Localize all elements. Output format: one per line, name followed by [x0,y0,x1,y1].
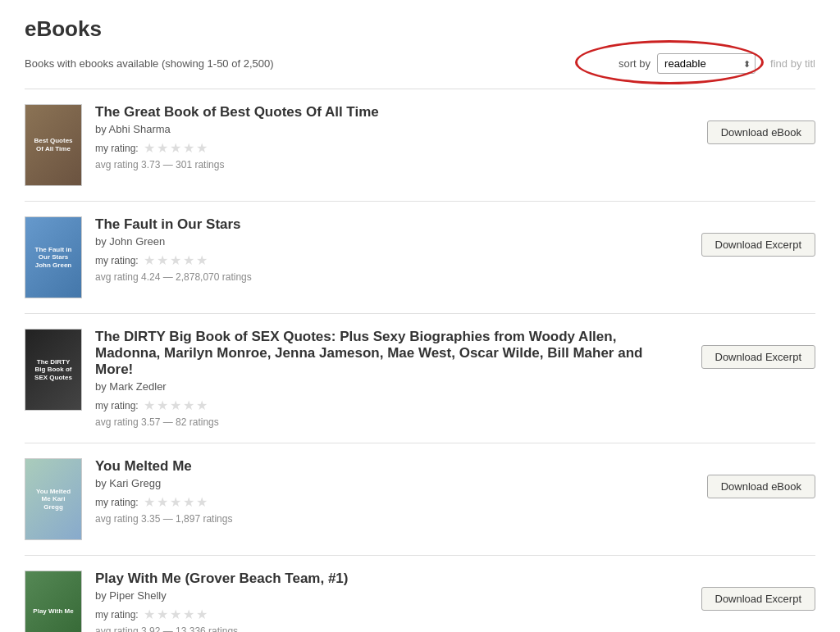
my-rating-label: my rating: [95,255,139,266]
rating-row: my rating:★★★★★ [95,494,671,510]
star-rating[interactable]: ★★★★★ [144,252,208,268]
star-2[interactable]: ★ [157,494,168,510]
book-author: by Mark Zedler [95,380,671,393]
avg-rating: avg rating 3.73 — 301 ratings [95,159,671,171]
star-3[interactable]: ★ [170,607,181,622]
star-rating[interactable]: ★★★★★ [144,607,208,622]
avg-rating: avg rating 3.92 — 13,336 ratings [95,625,671,632]
sort-by-select[interactable]: readable title author avg rating date ad… [657,53,756,74]
star-4[interactable]: ★ [183,252,194,268]
results-info: Books with ebooks available (showing 1-5… [25,57,274,70]
my-rating-label: my rating: [95,400,139,411]
book-action: Download eBook [684,458,815,498]
download-button[interactable]: Download Excerpt [701,345,816,369]
book-cover: You Melted Me Kari Gregg [25,458,82,540]
star-4[interactable]: ★ [183,607,194,622]
book-info: The Fault in Our Starsby John Greenmy ra… [95,216,671,283]
book-author: by Piper Shelly [95,589,671,602]
find-by-title: find by titl [770,57,815,70]
download-button[interactable]: Download Excerpt [701,587,816,611]
star-1[interactable]: ★ [144,252,155,268]
star-2[interactable]: ★ [157,607,168,622]
book-title[interactable]: The Great Book of Best Quotes Of All Tim… [95,104,671,120]
list-item: Best Quotes Of All TimeThe Great Book of… [25,89,815,202]
book-action: Download eBook [684,104,815,144]
header-bar: Books with ebooks available (showing 1-5… [25,53,815,74]
book-info: You Melted Meby Kari Greggmy rating:★★★★… [95,458,671,525]
star-rating[interactable]: ★★★★★ [144,140,208,156]
sort-label: sort by [619,57,651,70]
book-title[interactable]: The Fault in Our Stars [95,216,671,233]
star-3[interactable]: ★ [170,252,181,268]
book-title[interactable]: The DIRTY Big Book of SEX Quotes: Plus S… [95,329,671,378]
book-author: by John Green [95,235,671,248]
book-cover: The Fault in Our Stars John Green [25,216,82,298]
book-author: by Kari Gregg [95,477,671,489]
book-author: by Abhi Sharma [95,123,671,135]
page-container: eBooks Books with ebooks available (show… [0,0,840,632]
list-item: You Melted Me Kari GreggYou Melted Meby … [25,443,815,556]
my-rating-label: my rating: [95,609,139,621]
star-1[interactable]: ★ [144,607,155,622]
star-rating[interactable]: ★★★★★ [144,494,208,510]
star-5[interactable]: ★ [196,607,208,622]
rating-row: my rating:★★★★★ [95,398,671,413]
book-cover: Play With Me [25,571,82,632]
star-5[interactable]: ★ [196,398,208,413]
download-button[interactable]: Download eBook [707,120,815,144]
rating-row: my rating:★★★★★ [95,252,671,268]
sort-select-wrapper: readable title author avg rating date ad… [657,53,756,74]
star-4[interactable]: ★ [183,494,194,510]
book-info: The DIRTY Big Book of SEX Quotes: Plus S… [95,329,671,428]
rating-row: my rating:★★★★★ [95,607,671,622]
star-1[interactable]: ★ [144,494,155,510]
avg-rating: avg rating 3.35 — 1,897 ratings [95,513,671,525]
star-2[interactable]: ★ [157,140,168,156]
book-action: Download Excerpt [684,216,815,257]
avg-rating: avg rating 3.57 — 82 ratings [95,416,671,428]
list-item: The DIRTY Big Book of SEX QuotesThe DIRT… [25,314,815,443]
my-rating-label: my rating: [95,143,139,154]
star-5[interactable]: ★ [196,494,208,510]
list-item: The Fault in Our Stars John GreenThe Fau… [25,202,815,314]
star-rating[interactable]: ★★★★★ [144,398,208,413]
star-2[interactable]: ★ [157,398,168,413]
download-button[interactable]: Download Excerpt [701,233,816,257]
book-cover: The DIRTY Big Book of SEX Quotes [25,329,82,411]
star-1[interactable]: ★ [144,398,155,413]
star-1[interactable]: ★ [144,140,155,156]
page-title: eBooks [25,16,815,42]
avg-rating: avg rating 4.24 — 2,878,070 ratings [95,271,671,283]
star-3[interactable]: ★ [170,494,181,510]
star-4[interactable]: ★ [183,398,194,413]
star-5[interactable]: ★ [196,140,208,156]
book-info: The Great Book of Best Quotes Of All Tim… [95,104,671,171]
star-4[interactable]: ★ [183,140,194,156]
star-3[interactable]: ★ [170,398,181,413]
my-rating-label: my rating: [95,497,139,508]
rating-row: my rating:★★★★★ [95,140,671,156]
book-cover: Best Quotes Of All Time [25,104,82,186]
download-button[interactable]: Download eBook [707,475,815,498]
book-info: Play With Me (Grover Beach Team, #1)by P… [95,571,671,632]
star-3[interactable]: ★ [170,140,181,156]
book-action: Download Excerpt [684,571,815,611]
list-item: Play With MePlay With Me (Grover Beach T… [25,556,815,632]
star-5[interactable]: ★ [196,252,208,268]
book-list: Best Quotes Of All TimeThe Great Book of… [25,89,815,632]
star-2[interactable]: ★ [157,252,168,268]
book-action: Download Excerpt [684,329,815,369]
book-title[interactable]: Play With Me (Grover Beach Team, #1) [95,571,671,587]
book-title[interactable]: You Melted Me [95,458,671,475]
